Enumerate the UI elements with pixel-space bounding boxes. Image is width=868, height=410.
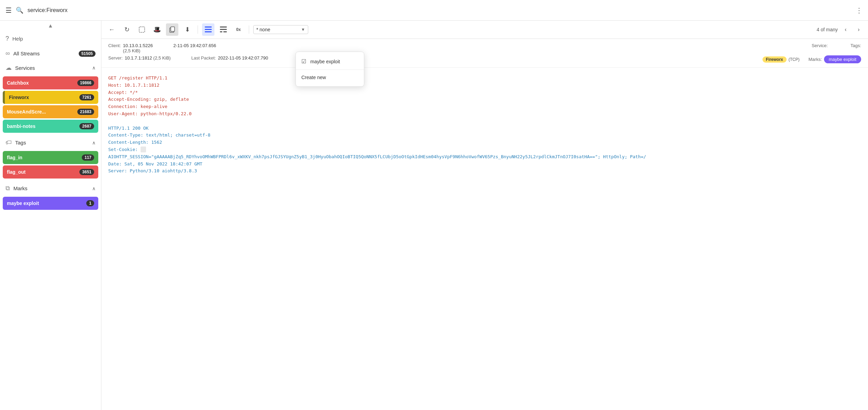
help-label: Help <box>12 36 23 42</box>
response-line-6: Date: Sat, 05 Nov 2022 18:42:07 GMT <box>108 161 861 168</box>
svg-rect-7 <box>220 29 227 30</box>
mark-item-maybe-exploit[interactable]: maybe exploit 1 <box>3 197 98 210</box>
svg-rect-4 <box>205 29 212 30</box>
http-response-block: HTTP/1.1 200 OK Content-Type: text/html;… <box>108 125 861 175</box>
all-streams-label: All Streams <box>13 51 40 56</box>
service-item-bambi-notes[interactable]: bambi-notes 2687 <box>3 120 98 133</box>
request-line-6: User-Agent: python-httpx/0.22.0 <box>108 110 861 118</box>
mark-dropdown[interactable]: * none ▼ <box>253 25 308 34</box>
response-line-3: Content-Length: 1562 <box>108 139 861 146</box>
search-icon: 🔍 <box>16 7 23 14</box>
svg-rect-3 <box>205 26 212 28</box>
next-page-button[interactable]: › <box>854 24 864 35</box>
search-input[interactable] <box>27 7 852 13</box>
marks-chevron-icon: ∧ <box>92 186 96 191</box>
toolbar-separator-2 <box>249 25 249 34</box>
sidebar-marks-header[interactable]: ⧉ Marks ∧ <box>0 181 101 195</box>
copy-button[interactable] <box>166 23 178 36</box>
svg-rect-8 <box>220 31 222 32</box>
hamburger-icon[interactable]: ☰ <box>5 6 12 14</box>
sidebar-services-header[interactable]: ☁ Services ∧ <box>0 61 101 75</box>
mark-name: maybe exploit <box>7 201 39 206</box>
service-name: Fireworx <box>9 95 29 100</box>
svg-rect-6 <box>220 26 227 28</box>
request-line-4: Accept-Encoding: gzip, deflate <box>108 96 861 103</box>
dropdown-item-maybe-exploit[interactable]: ☑ maybe exploit <box>296 55 364 68</box>
timestamp-value: 2-11-05 19:42:07.656 <box>174 43 216 48</box>
client-label: Client: <box>108 43 121 48</box>
response-line-5: AIOHTTP_SESSION="gAAAAABjZq5_RDYhvoOMhWB… <box>108 153 861 161</box>
svg-rect-2 <box>171 27 175 31</box>
tags-label: Tags: <box>850 43 861 48</box>
service-item-mouseandscre[interactable]: MouseAndScre... 21683 <box>3 105 98 118</box>
services-chevron-icon: ∧ <box>92 65 96 71</box>
refresh-button[interactable]: ↻ <box>121 23 133 36</box>
stream-header: Client: 10.13.0.1:5226 (2,5 KiB) 2-11-05… <box>101 39 868 68</box>
tag-badge: 117 <box>82 154 94 161</box>
more-options-icon[interactable]: ⋮ <box>856 6 863 14</box>
chef-button[interactable]: 🎩 <box>151 23 163 36</box>
service-item-fireworx[interactable]: Fireworx 7261 <box>3 91 98 104</box>
right-panel: ← ↻ 🎩 ⬇ <box>101 21 868 410</box>
tag-badge: 3651 <box>79 169 94 175</box>
response-line-2: Content-Type: text/html; charset=utf-8 <box>108 132 861 139</box>
server-label: Server: <box>108 55 123 61</box>
service-badge: 7261 <box>79 94 94 100</box>
dropdown-item-label: maybe exploit <box>310 59 340 64</box>
svg-rect-5 <box>205 31 212 32</box>
tag-item-flag-out[interactable]: flag_out 3651 <box>3 165 98 179</box>
response-line-7: Server: Python/3.10 aiohttp/3.8.3 <box>108 168 861 175</box>
request-line-1: GET /register HTTP/1.1 <box>108 75 861 82</box>
dropdown-divider <box>296 69 364 70</box>
marks-label: Marks <box>13 185 27 191</box>
main-layout: ▲ ? Help ∞ All Streams 51505 ☁ Services … <box>0 21 868 410</box>
services-icon: ☁ <box>5 64 12 72</box>
sidebar-tags-header[interactable]: 🏷 Tags ∧ <box>0 136 101 150</box>
zoom-button[interactable] <box>136 23 148 36</box>
grid-view-button[interactable] <box>217 23 230 36</box>
marks-value: maybe exploit <box>824 55 861 63</box>
download-button[interactable]: ⬇ <box>181 23 193 36</box>
dropdown-menu: ☑ maybe exploit Create new <box>296 52 364 87</box>
tags-chevron-icon: ∧ <box>92 140 96 145</box>
prev-page-button[interactable]: ‹ <box>841 24 851 35</box>
service-protocol: (TCP) <box>789 57 800 62</box>
all-streams-icon: ∞ <box>5 50 10 57</box>
toolbar-separator-1 <box>198 25 198 34</box>
service-badge: 21683 <box>77 109 94 115</box>
service-name: bambi-notes <box>7 123 35 129</box>
service-badge: Fireworx <box>763 56 787 63</box>
content-area: GET /register HTTP/1.1 Host: 10.1.7.1:18… <box>101 68 868 410</box>
last-packet-label: Last Packet: <box>191 55 216 61</box>
scroll-up-indicator[interactable]: ▲ <box>0 21 101 31</box>
service-label: Service: <box>812 43 828 48</box>
mark-badge: 1 <box>86 200 94 206</box>
sidebar-item-all-streams[interactable]: ∞ All Streams 51505 <box>0 46 101 61</box>
service-item-catchbox[interactable]: Catchbox 19866 <box>3 76 98 89</box>
hex-button[interactable]: 0x <box>232 23 245 36</box>
list-view-button[interactable] <box>202 23 214 36</box>
service-name: MouseAndScre... <box>7 109 46 115</box>
sidebar-item-help[interactable]: ? Help <box>0 31 101 46</box>
request-line-5: Connection: keep-alive <box>108 103 861 110</box>
toolbar: ← ↻ 🎩 ⬇ <box>101 21 868 39</box>
marks-icon: ⧉ <box>5 185 10 192</box>
dropdown-item-create-new[interactable]: Create new <box>296 71 364 84</box>
last-packet-value: 2022-11-05 19:42:07.790 <box>218 55 268 61</box>
tags-icon: 🏷 <box>5 139 12 146</box>
http-request-block: GET /register HTTP/1.1 Host: 10.1.7.1:18… <box>108 75 861 118</box>
create-new-label: Create new <box>301 75 326 80</box>
client-value: 10.13.0.1:5226 (2,5 KiB) <box>123 43 153 53</box>
dropdown-arrow-icon: ▼ <box>301 27 305 32</box>
tag-name: flag_in <box>7 155 22 160</box>
request-line-3: Accept: */* <box>108 89 861 96</box>
back-button[interactable]: ← <box>105 23 118 36</box>
tags-label: Tags <box>15 140 26 145</box>
tag-item-flag-in[interactable]: flag_in 117 <box>3 151 98 164</box>
all-streams-badge: 51505 <box>79 51 96 57</box>
marks-label: Marks: <box>809 57 822 62</box>
dropdown-value: * none <box>256 27 270 32</box>
response-line-4: Set-Cookie: <box>108 146 861 153</box>
help-icon: ? <box>5 35 9 42</box>
request-line-2: Host: 10.1.7.1:1812 <box>108 82 861 89</box>
